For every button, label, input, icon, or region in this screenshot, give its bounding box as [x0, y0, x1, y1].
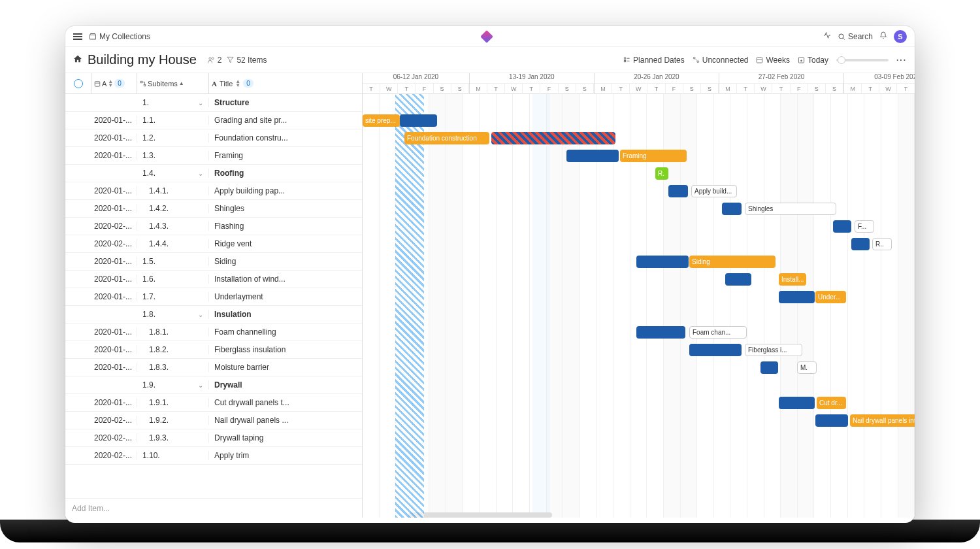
gantt-bar[interactable]: Under...	[815, 291, 846, 303]
weeks-button[interactable]: Weeks	[756, 56, 789, 65]
table-row[interactable]: 2020-01-...1.1.Grading and site pr...	[65, 112, 362, 129]
chevron-down-icon[interactable]: ⌄	[198, 170, 203, 177]
gantt-row[interactable]: Fiberglass i...	[363, 341, 915, 359]
gantt-row[interactable]	[363, 447, 915, 465]
gantt-bar[interactable]	[722, 203, 742, 215]
gantt-bar[interactable]	[833, 220, 851, 233]
collections-link[interactable]: My Collections	[89, 32, 150, 41]
gantt-bar[interactable]	[400, 114, 437, 127]
filter-items[interactable]: 52 Items	[227, 56, 267, 65]
gantt-row[interactable]	[363, 376, 915, 394]
unconnected-button[interactable]: Unconnected	[693, 56, 749, 65]
gantt-bar[interactable]: Siding	[689, 256, 776, 268]
gantt-bar[interactable]: F...	[855, 220, 874, 233]
gantt-row[interactable]: Foam chan...	[363, 324, 915, 341]
notifications-icon[interactable]	[879, 31, 887, 41]
gantt-bar[interactable]: site prep...	[363, 114, 400, 127]
gantt-row[interactable]: Cut dr...	[363, 394, 915, 412]
gantt-bar[interactable]: Foundation construction	[404, 132, 489, 144]
table-row[interactable]: 2020-01-...1.7.Underlayment	[65, 288, 362, 306]
table-row[interactable]: 2020-01-...1.8.3.Moisture barrier	[65, 359, 362, 376]
gantt-row[interactable]: Framing	[363, 147, 915, 165]
table-row[interactable]: 2020-01-...1.3.Framing	[65, 147, 362, 165]
gantt-row[interactable]	[363, 429, 915, 447]
gantt-bar[interactable]	[779, 291, 815, 303]
column-a-header[interactable]: A ▲▼ 0	[91, 73, 137, 93]
gantt-bar[interactable]: Install...	[779, 273, 806, 286]
table-row[interactable]: 2020-01-...1.9.1.Cut drywall panels t...	[65, 394, 362, 412]
chevron-down-icon[interactable]: ⌄	[198, 99, 203, 107]
table-row[interactable]: 2020-02-...1.9.3.Drywall taping	[65, 429, 362, 447]
gantt-bar[interactable]	[636, 326, 685, 339]
row-marker-header[interactable]	[65, 73, 91, 93]
gantt-bar[interactable]: Apply build...	[691, 185, 737, 197]
table-row[interactable]: 1.8.⌄Insulation	[65, 306, 362, 324]
activity-icon[interactable]	[823, 31, 831, 41]
gantt-row[interactable]: Shingles	[363, 200, 915, 218]
gantt-bar[interactable]: Shingles	[745, 203, 836, 215]
gantt-bar[interactable]: Framing	[620, 150, 687, 162]
table-row[interactable]: 2020-01-...1.4.2.Shingles	[65, 200, 362, 218]
home-icon[interactable]	[73, 54, 82, 65]
gantt-bar[interactable]: R..	[872, 238, 892, 250]
menu-button[interactable]	[73, 33, 82, 40]
more-menu[interactable]: ···	[896, 56, 907, 65]
gantt-row[interactable]: Nail drywall panels into wall	[363, 412, 915, 429]
gantt-row[interactable]: R..	[363, 235, 915, 253]
gantt-row[interactable]: Foundation construction	[363, 129, 915, 147]
gantt-bar[interactable]: Fiberglass i...	[745, 344, 802, 356]
table-body[interactable]: 1.⌄Structure2020-01-...1.1.Grading and s…	[65, 94, 362, 498]
gantt-row[interactable]: Install...	[363, 271, 915, 288]
gantt-bar[interactable]	[779, 397, 815, 409]
table-row[interactable]: 1.⌄Structure	[65, 94, 362, 112]
gantt-bar[interactable]	[566, 150, 619, 162]
gantt-bar[interactable]: Foam chan...	[689, 326, 747, 339]
table-row[interactable]: 1.9.⌄Drywall	[65, 376, 362, 394]
gantt-bar[interactable]: M.	[797, 361, 817, 374]
gantt-bar[interactable]: Nail drywall panels into wall	[850, 414, 915, 427]
collaborators-count[interactable]: 2	[207, 56, 222, 65]
table-row[interactable]: 2020-02-...1.4.3.Flashing	[65, 218, 362, 235]
table-row[interactable]: 2020-02-...1.10.Apply trim	[65, 447, 362, 465]
table-row[interactable]: 2020-01-...1.8.1.Foam channelling	[65, 324, 362, 341]
gantt-bar[interactable]	[668, 185, 688, 197]
search-button[interactable]: Search	[838, 32, 873, 41]
gantt-bar[interactable]: Cut dr...	[817, 397, 846, 409]
column-subitems-header[interactable]: Subitems ▲	[137, 73, 209, 93]
gantt-row[interactable]: F...	[363, 218, 915, 235]
gantt-row[interactable]: Siding	[363, 253, 915, 271]
chevron-down-icon[interactable]: ⌄	[198, 382, 203, 389]
gantt-bar[interactable]	[689, 344, 742, 356]
table-row[interactable]: 2020-02-...1.9.2.Nail drywall panels ...	[65, 412, 362, 429]
table-row[interactable]: 2020-01-...1.8.2.Fiberglass insulation	[65, 341, 362, 359]
gantt-chart[interactable]: 06-12 Jan 2020TWTFSS13-19 Jan 2020MTWTFS…	[363, 73, 915, 518]
chevron-down-icon[interactable]: ⌄	[198, 311, 203, 318]
gantt-bar[interactable]	[760, 361, 778, 374]
table-row[interactable]: 2020-01-...1.2.Foundation constru...	[65, 129, 362, 147]
today-button[interactable]: Today	[798, 56, 828, 65]
add-item-input[interactable]: Add Item...	[65, 498, 362, 518]
table-row[interactable]: 2020-01-...1.5.Siding	[65, 253, 362, 271]
gantt-bar[interactable]	[725, 273, 751, 286]
gantt-bar[interactable]: R.	[655, 167, 668, 180]
gantt-row[interactable]	[363, 306, 915, 324]
gantt-row[interactable]: Under...	[363, 288, 915, 306]
app-logo[interactable]	[482, 32, 491, 41]
gantt-bar[interactable]	[851, 238, 870, 250]
column-title-header[interactable]: A Title ▲▼ 0	[209, 73, 362, 93]
table-row[interactable]: 2020-02-...1.4.4.Ridge vent	[65, 235, 362, 253]
user-avatar[interactable]: S	[894, 30, 907, 43]
gantt-row[interactable]: site prep...	[363, 112, 915, 129]
gantt-row[interactable]: M.	[363, 359, 915, 376]
table-row[interactable]: 2020-01-...1.6.Installation of wind...	[65, 271, 362, 288]
gantt-bar[interactable]	[636, 256, 689, 268]
table-row[interactable]: 2020-01-...1.4.1.Apply building pap...	[65, 182, 362, 200]
gantt-row[interactable]	[363, 94, 915, 112]
planned-dates-button[interactable]: Planned Dates	[623, 56, 685, 65]
gantt-bar[interactable]	[491, 132, 615, 144]
zoom-slider[interactable]	[836, 59, 889, 61]
gantt-row[interactable]: R.	[363, 165, 915, 182]
table-row[interactable]: 1.4.⌄Roofing	[65, 165, 362, 182]
gantt-row[interactable]: Apply build...	[363, 182, 915, 200]
horizontal-scrollbar[interactable]	[408, 512, 552, 518]
